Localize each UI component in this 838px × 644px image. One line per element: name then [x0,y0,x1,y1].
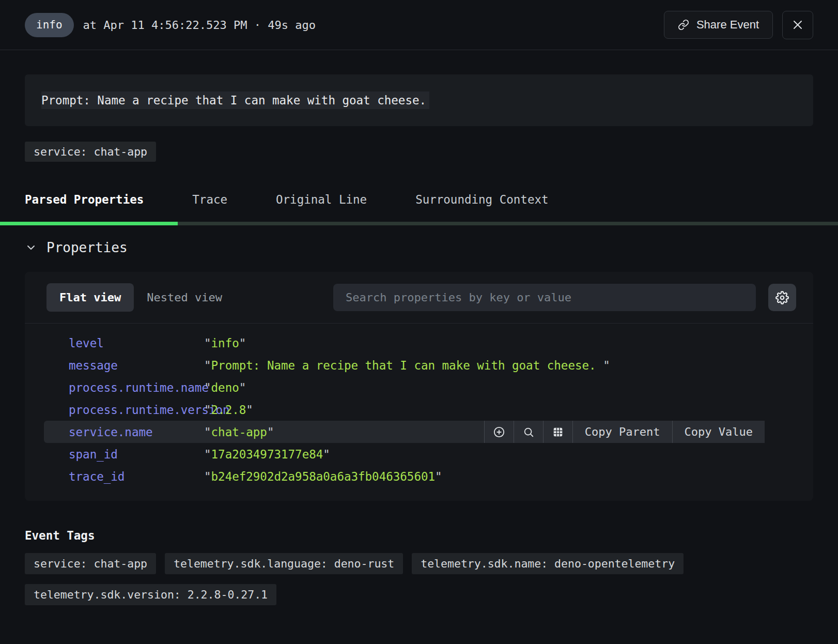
properties-toolbar: Flat view Nested view [25,272,813,324]
gear-icon [775,291,789,304]
properties-table: level "info" message "Prompt: Name a rec… [25,324,813,501]
property-row[interactable]: span_id "17a2034973177e84" [44,443,765,465]
header-bar: info at Apr 11 4:56:22.523 PM · 49s ago … [0,0,838,50]
tab-track [0,222,838,225]
search-input[interactable] [333,284,756,311]
event-timestamp: at Apr 11 4:56:22.523 PM · 49s ago [83,19,316,32]
share-event-label: Share Event [696,18,759,32]
tab-parsed-properties[interactable]: Parsed Properties [25,193,144,206]
tab-bar: Parsed Properties Trace Original Line Su… [25,193,813,225]
copy-value-button[interactable]: Copy Value [672,421,765,443]
properties-section-header[interactable]: Properties [25,240,813,255]
event-tag[interactable]: telemetry.sdk.language: deno-rust [165,553,403,574]
property-row-hovered[interactable]: service.name "chat-app" [44,421,765,443]
close-button[interactable] [782,11,813,39]
property-value: "chat-app" [204,425,484,439]
log-message-box: Prompt: Name a recipe that I can make wi… [25,74,813,126]
property-row[interactable]: trace_id "b24ef2902d2a958a0a6a3fb0463656… [44,465,765,487]
log-level-badge: info [25,13,74,37]
property-key: message [44,359,204,372]
property-value: "Prompt: Name a recipe that I can make w… [204,359,610,372]
property-value: "b24ef2902d2a958a0a6a3fb046365601" [204,470,442,483]
property-value: "17a2034973177e84" [204,448,330,461]
property-key: level [44,336,204,350]
add-filter-button[interactable] [484,421,514,443]
link-icon [678,19,689,30]
plus-circle-icon [493,426,505,438]
property-value: "2.2.8" [204,403,253,417]
copy-parent-button[interactable]: Copy Parent [572,421,672,443]
nested-view-button[interactable]: Nested view [134,283,235,312]
add-column-button[interactable] [543,421,572,443]
event-tag[interactable]: telemetry.sdk.version: 2.2.8-0.27.1 [25,584,276,605]
event-detail-panel: info at Apr 11 4:56:22.523 PM · 49s ago … [0,0,838,644]
property-row[interactable]: message "Prompt: Name a recipe that I ca… [44,354,765,376]
row-action-bar: Copy Parent Copy Value [484,421,765,443]
property-key: process.runtime.version [44,403,204,417]
log-message-text: Prompt: Name a recipe that I can make wi… [41,91,429,109]
tab-trace[interactable]: Trace [192,193,227,206]
property-row[interactable]: process.runtime.version "2.2.8" [44,398,765,421]
properties-panel: Flat view Nested view level "info" [25,272,813,501]
table-grid-icon [552,426,564,438]
settings-button[interactable] [768,284,796,311]
properties-section-title: Properties [46,240,128,255]
tab-original-line[interactable]: Original Line [276,193,367,206]
property-key: span_id [44,448,204,461]
active-tab-indicator [0,222,178,225]
property-key: service.name [44,425,204,439]
search-value-button[interactable] [514,421,543,443]
flat-view-button[interactable]: Flat view [46,283,134,312]
tab-surrounding-context[interactable]: Surrounding Context [415,193,548,206]
share-event-button[interactable]: Share Event [664,11,773,39]
property-value: "deno" [204,381,246,394]
event-tags-section: Event Tags service: chat-app telemetry.s… [25,529,813,605]
event-tags-title: Event Tags [25,529,813,542]
service-tag[interactable]: service: chat-app [25,142,156,162]
close-icon [792,19,804,31]
event-tag-list: service: chat-app telemetry.sdk.language… [25,553,813,605]
property-row[interactable]: process.runtime.name "deno" [44,376,765,398]
property-row[interactable]: level "info" [44,332,765,354]
property-key: process.runtime.name [44,381,204,394]
chevron-down-icon [25,241,37,254]
property-value: "info" [204,336,246,350]
search-icon [523,426,534,438]
event-tag[interactable]: service: chat-app [25,553,156,574]
property-key: trace_id [44,470,204,483]
event-tag[interactable]: telemetry.sdk.name: deno-opentelemetry [412,553,684,574]
